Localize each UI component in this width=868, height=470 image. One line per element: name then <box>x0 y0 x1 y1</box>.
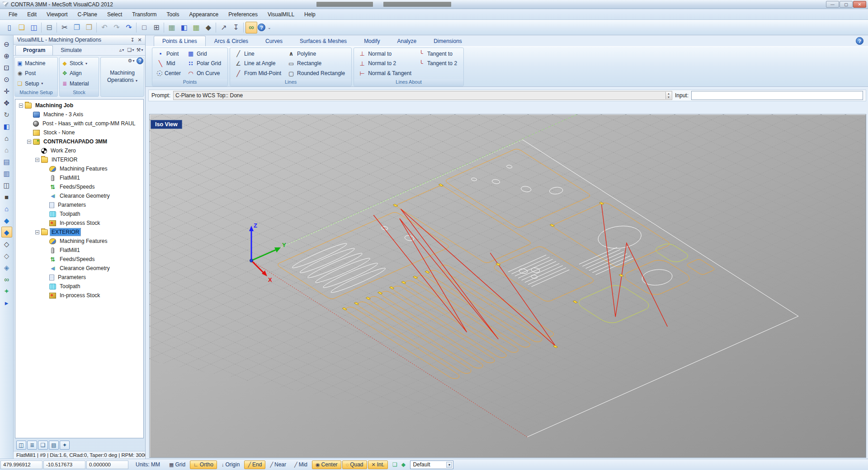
tree-item-label[interactable]: Feeds/Speeds <box>58 256 96 263</box>
prompt-history-spinner[interactable]: ▲▼ <box>665 92 671 99</box>
panel-help-icon[interactable]: ? <box>137 57 143 64</box>
tree-item-label[interactable]: Machine - 3 Axis <box>42 111 85 118</box>
spectacles-icon[interactable]: ∞ <box>1 274 12 285</box>
material-button-icon[interactable]: ≣Material <box>61 81 97 87</box>
tree-row[interactable]: Post - Haas_with cut_comp-MM RAUL <box>15 119 143 128</box>
copy-icon[interactable]: ❐ <box>71 22 83 33</box>
tree-item-label[interactable]: Post - Haas_with cut_comp-MM RAUL <box>41 120 137 127</box>
ribbon-button[interactable]: Normal to 2 <box>359 59 413 69</box>
menu-item[interactable]: Edit <box>22 10 42 19</box>
snap-toggle[interactable]: ╱ Mid <box>291 461 311 469</box>
tree-item-label[interactable]: FlatMill1 <box>58 247 81 254</box>
close-panel-icon[interactable]: ✕ <box>136 37 143 43</box>
view-solid-icon[interactable]: ◧ <box>1 121 12 132</box>
tree-item-label[interactable]: Machining Features <box>58 165 108 172</box>
menu-item[interactable]: Preferences <box>223 10 263 19</box>
viewport-quad-icon[interactable]: ⊞ <box>151 22 162 33</box>
expander-icon[interactable] <box>19 104 23 108</box>
menu-item[interactable]: Help <box>299 10 321 19</box>
tree-item-label[interactable]: Machining Features <box>58 237 108 245</box>
maximize-button[interactable]: ▢ <box>840 1 853 8</box>
tree-item-label[interactable]: In-process Stock <box>58 219 101 227</box>
tree-item-label[interactable]: CONTRACHAPADO 3MM <box>42 138 108 145</box>
setup-button-icon[interactable]: ❏Setup▾ <box>17 81 56 87</box>
sim-options-icon[interactable]: ✦ <box>60 441 70 450</box>
menu-item[interactable]: C-Plane <box>73 10 102 19</box>
pan-icon[interactable]: ✥ <box>1 97 12 108</box>
ribbon-tab[interactable]: Points & Lines <box>154 36 206 46</box>
ribbon-button[interactable]: Rectangle <box>288 59 347 69</box>
tree-row[interactable]: Parameters <box>15 273 143 282</box>
tree-row[interactable]: In-process Stock <box>15 218 143 228</box>
open-folder-icon[interactable]: ❏ <box>16 22 28 33</box>
panel-tab[interactable]: Simulate <box>53 45 90 55</box>
zoom-window-icon[interactable]: ⊡ <box>1 62 12 73</box>
tree-item-label[interactable]: Work Zero <box>49 147 77 154</box>
menu-item[interactable]: Select <box>102 10 127 19</box>
settings-gear-icon[interactable]: ⚙▾ <box>127 57 135 64</box>
zoom-out-icon[interactable]: ⊖ <box>1 38 12 49</box>
snap-toggle[interactable]: ◉ Center <box>312 461 341 469</box>
ribbon-button[interactable]: Polar Grid <box>187 59 223 69</box>
ribbon-button[interactable]: On Curve <box>187 68 223 78</box>
ribbon-button[interactable]: Tangent to <box>418 49 459 59</box>
paste-icon[interactable]: ❒ <box>83 22 95 33</box>
ribbon-button[interactable]: Center <box>157 68 183 78</box>
snap-toggle[interactable]: ◌ Quad <box>342 461 367 469</box>
menu-item[interactable]: VisualMILL <box>263 10 299 19</box>
tree-row[interactable]: Toolpath <box>15 282 143 291</box>
ribbon-tab[interactable]: Curves <box>257 36 291 46</box>
shaded-cube-icon[interactable]: ◆ <box>1 215 12 226</box>
close-button[interactable]: ✕ <box>853 1 866 8</box>
snap-toggle[interactable]: ╱ Near <box>266 461 290 469</box>
tree-row[interactable]: Machine - 3 Axis <box>15 110 143 119</box>
shade-mesh-icon[interactable]: ▦ <box>166 22 178 33</box>
minimize-button[interactable]: — <box>826 1 839 8</box>
tree-item-label[interactable]: EXTERIOR <box>50 228 80 236</box>
undo-2-icon[interactable]: ↷ <box>111 22 123 33</box>
tree-row[interactable]: Machining Job <box>15 101 143 110</box>
machine-button-icon[interactable]: ▣Machine <box>17 60 56 66</box>
tree-item-label[interactable]: FlatMill1 <box>58 174 81 181</box>
ribbon-tab[interactable]: Arcs & Circles <box>206 36 257 46</box>
tree-row[interactable]: CONTRACHAPADO 3MM <box>15 137 143 146</box>
shade-dark-icon[interactable]: ■ <box>1 191 12 202</box>
expander-icon[interactable] <box>35 158 39 162</box>
tree-item-label[interactable]: Parameters <box>57 201 87 209</box>
layer-dropdown[interactable]: Default ▼ <box>410 461 453 469</box>
layer-properties-icon[interactable]: ❏ <box>391 461 399 469</box>
ribbon-tab[interactable]: Analyze <box>388 36 425 46</box>
menu-item[interactable]: Viewport <box>42 10 72 19</box>
ribbon-button[interactable]: Normal & Tangent <box>359 68 413 78</box>
tree-row[interactable]: FlatMill1 <box>15 173 143 182</box>
menu-item[interactable]: Appearance <box>184 10 223 19</box>
ribbon-button[interactable]: Line at Angle <box>235 59 283 69</box>
view-options-icon[interactable]: ❏▾ <box>127 47 134 53</box>
tree-row[interactable]: Work Zero <box>15 146 143 155</box>
shaded-cube-edges-icon[interactable]: ◆ <box>1 227 12 237</box>
chevron-down-icon[interactable]: ▼ <box>446 462 452 468</box>
command-input[interactable] <box>691 91 863 100</box>
tree-row[interactable]: Parameters <box>15 200 143 209</box>
help-button[interactable]: ? <box>258 24 265 31</box>
tree-item-label[interactable]: Stock - None <box>42 129 76 136</box>
sim-machine-icon[interactable]: ◫ <box>16 441 26 450</box>
snap-toggle[interactable]: ╱ End <box>244 461 265 469</box>
pin-icon[interactable]: ↧ <box>129 37 136 43</box>
ribbon-tab[interactable]: Dimensions <box>425 36 471 46</box>
new-file-icon[interactable]: ▯ <box>4 22 15 33</box>
tree-item-label[interactable]: In-process Stock <box>58 292 101 299</box>
viewport-single-icon[interactable]: □ <box>138 22 150 33</box>
post-button-icon[interactable]: ◉Post <box>17 70 56 76</box>
render-cube-icon[interactable]: ◈ <box>1 262 12 273</box>
snap-toggle[interactable]: ∟ Ortho <box>190 461 217 469</box>
toolbar-overflow-icon[interactable]: ⌄ <box>268 25 271 30</box>
menu-item[interactable]: File <box>4 10 22 19</box>
selection-filter-icon[interactable]: ∞ <box>245 22 257 33</box>
tree-row[interactable]: Machining Features <box>15 237 143 246</box>
tree-row[interactable]: EXTERIOR <box>15 228 143 237</box>
wireframe-icon[interactable]: ◇ <box>1 250 12 261</box>
home-view-icon[interactable]: ⌂ <box>1 133 12 143</box>
tree-row[interactable]: Clearance Geometry <box>15 264 143 273</box>
ribbon-tab[interactable]: Surfaces & Meshes <box>291 36 355 46</box>
